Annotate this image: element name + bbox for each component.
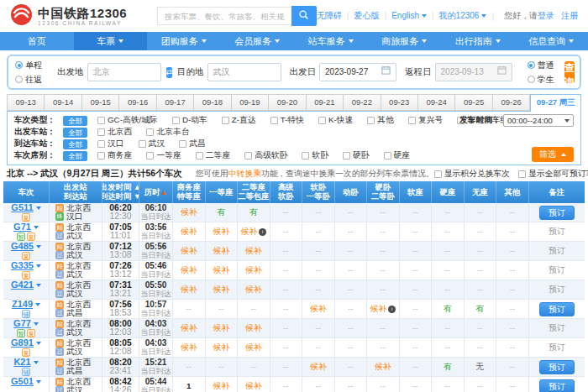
- seat-availability: --: [380, 247, 386, 256]
- transfer-link[interactable]: 中转换乘: [228, 169, 261, 178]
- date-tab-09-19[interactable]: 09-19: [232, 94, 269, 111]
- date-tab-09-26[interactable]: 09-26: [493, 94, 530, 111]
- nav-item-4[interactable]: 会员服务: [221, 32, 295, 50]
- train-expand-icon[interactable]: [36, 380, 41, 384]
- filter-all-button[interactable]: 全部: [63, 116, 87, 126]
- filter-option-checkbox[interactable]: 其他: [367, 115, 394, 126]
- filter-option-checkbox[interactable]: 一等座: [146, 150, 181, 161]
- train-number-link[interactable]: G501: [11, 377, 34, 386]
- book-button[interactable]: 预订: [539, 360, 575, 374]
- filter-option-checkbox[interactable]: T-特快: [270, 115, 304, 126]
- filter-option-checkbox[interactable]: 武昌: [179, 139, 206, 149]
- nav-item-7[interactable]: 出行指南: [441, 32, 515, 50]
- train-expand-icon[interactable]: [34, 226, 39, 229]
- filter-option-checkbox[interactable]: 二等座: [196, 150, 230, 161]
- from-city-input[interactable]: 北京: [87, 63, 161, 81]
- filter-option-checkbox[interactable]: 硬座: [384, 150, 411, 161]
- book-button[interactable]: 预订: [539, 379, 575, 392]
- show-bookable-checkbox[interactable]: 显示全部可预订车次: [518, 169, 588, 180]
- date-tab-09-17[interactable]: 09-17: [157, 94, 194, 111]
- filter-option-checkbox[interactable]: 北京丰台: [146, 127, 189, 138]
- register-link[interactable]: 注册: [561, 10, 578, 22]
- column-header-3[interactable]: 出发时间 ▲到达时间 ▼: [102, 181, 139, 203]
- filter-all-button[interactable]: 全部: [63, 128, 87, 138]
- swap-cities-icon[interactable]: ⇄: [166, 67, 173, 78]
- filter-option-checkbox[interactable]: D-动车: [172, 115, 207, 126]
- train-expand-icon[interactable]: [35, 303, 40, 306]
- filter-all-button[interactable]: 全部: [63, 151, 87, 161]
- header-link-4[interactable]: 我的12306: [439, 10, 487, 22]
- train-number-link[interactable]: G511: [11, 203, 33, 212]
- train-number-link[interactable]: G485: [11, 242, 34, 251]
- depart-date-input[interactable]: 2023-09-27: [319, 63, 396, 81]
- filter-option-checkbox[interactable]: 硬卧: [343, 150, 370, 161]
- filter-option-checkbox[interactable]: 北京西: [97, 127, 132, 138]
- trip-oneway-radio[interactable]: 单程: [15, 60, 42, 71]
- filter-option-checkbox[interactable]: 高级软卧: [244, 150, 287, 161]
- book-button[interactable]: 预订: [539, 302, 575, 316]
- date-tab-active[interactable]: 09-27 周三: [530, 94, 581, 112]
- train-number-link[interactable]: G335: [11, 261, 34, 270]
- header-link-1[interactable]: 无障碍: [317, 10, 342, 22]
- nav-item-1[interactable]: 首页: [0, 32, 74, 50]
- type-normal-radio[interactable]: 普通: [528, 60, 554, 71]
- train-number-link[interactable]: Z149: [12, 300, 33, 309]
- nav-item-8[interactable]: 信息查询: [515, 32, 588, 50]
- train-number-link[interactable]: G77: [13, 319, 31, 328]
- train-expand-icon[interactable]: [36, 342, 41, 345]
- book-button[interactable]: 预订: [539, 206, 575, 220]
- nav-item-6[interactable]: 商旅服务: [368, 32, 442, 50]
- date-tab-09-14[interactable]: 09-14: [45, 94, 81, 111]
- nav-item-5[interactable]: 站车服务: [294, 32, 368, 50]
- depart-time-select[interactable]: 00:00--24:00: [503, 114, 574, 127]
- column-header-4[interactable]: 历时▲: [139, 181, 173, 203]
- train-expand-icon[interactable]: [34, 322, 39, 326]
- filter-option-checkbox[interactable]: GC-高铁/城际: [97, 115, 158, 126]
- filter-option-checkbox[interactable]: 汉口: [97, 139, 124, 149]
- train-number-link[interactable]: G71: [13, 222, 31, 232]
- train-expand-icon[interactable]: [34, 361, 39, 364]
- date-tab-09-13[interactable]: 09-13: [7, 94, 45, 111]
- date-tab-09-18[interactable]: 09-18: [194, 94, 231, 111]
- train-expand-icon[interactable]: [36, 284, 41, 287]
- date-tab-09-22[interactable]: 09-22: [344, 94, 381, 111]
- filter-option-checkbox[interactable]: K-快速: [318, 115, 353, 126]
- date-tab-09-24[interactable]: 09-24: [418, 94, 455, 111]
- date-tab-09-20[interactable]: 09-20: [269, 94, 306, 111]
- filter-option-checkbox[interactable]: 复兴号: [408, 115, 443, 126]
- login-link[interactable]: 登录: [538, 11, 554, 20]
- to-city-input[interactable]: 武汉: [207, 63, 281, 81]
- train-number-link[interactable]: K21: [13, 358, 30, 367]
- nav-item-3[interactable]: 团购服务: [147, 32, 221, 50]
- train-expand-icon[interactable]: [36, 206, 41, 210]
- search-input[interactable]: [157, 7, 291, 25]
- date-tab-09-23[interactable]: 09-23: [381, 94, 418, 111]
- date-tab-09-15[interactable]: 09-15: [82, 94, 119, 111]
- train-expand-icon[interactable]: [36, 264, 41, 268]
- apply-filter-button[interactable]: 筛选: [532, 147, 574, 162]
- seat-cell: --: [335, 261, 368, 280]
- train-number-link[interactable]: G891: [11, 338, 34, 348]
- from-station-tag-icon: 始: [55, 358, 64, 367]
- date-tab-09-16[interactable]: 09-16: [119, 94, 156, 111]
- train-cell: G891复: [3, 338, 50, 357]
- date-tab-09-25[interactable]: 09-25: [455, 94, 492, 111]
- search-button[interactable]: [291, 6, 317, 26]
- date-tab-09-21[interactable]: 09-21: [307, 94, 344, 111]
- duration: 05:56: [145, 243, 167, 252]
- header-link-2[interactable]: 爱心版: [354, 10, 380, 22]
- nav-item-2[interactable]: 车票: [74, 32, 148, 50]
- show-points-checkbox[interactable]: 显示积分兑换车次: [434, 169, 510, 180]
- filter-option-checkbox[interactable]: 商务座: [97, 150, 132, 161]
- query-button[interactable]: 查询: [564, 61, 575, 83]
- header-link-3[interactable]: English: [391, 11, 427, 20]
- trip-round-radio[interactable]: 往返: [15, 74, 42, 86]
- filter-option-checkbox[interactable]: 武汉: [139, 139, 165, 149]
- filter-option-checkbox[interactable]: Z-直达: [222, 115, 256, 126]
- train-expand-icon[interactable]: [36, 245, 41, 248]
- depart-date-field: 出发日 2023-09-27: [290, 63, 397, 81]
- filter-all-button[interactable]: 全部: [63, 139, 87, 149]
- filter-option-checkbox[interactable]: 软卧: [302, 150, 328, 161]
- type-student-radio[interactable]: 学生: [528, 74, 554, 86]
- train-number-link[interactable]: G421: [11, 280, 34, 290]
